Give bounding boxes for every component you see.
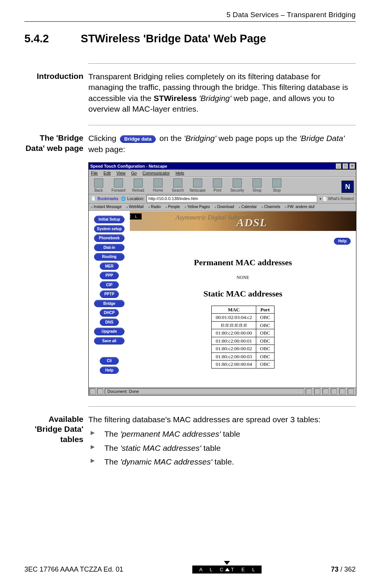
forward-icon <box>114 178 123 187</box>
netscape-icon <box>193 178 202 187</box>
menu-go[interactable]: Go <box>131 171 137 175</box>
menu-help[interactable]: Help <box>176 171 184 175</box>
static-mac-table: MAC Port 00:01:02:03:04:c2OBC ff:ff:ff:f… <box>211 306 274 369</box>
available-lead: The filtering database's MAC addresses a… <box>88 415 321 424</box>
pt-radio[interactable]: Radio <box>148 204 161 210</box>
footer-alcatel-logo: A L C T E L <box>192 561 262 574</box>
running-head: 5 Data Services – Transparent Bridging <box>24 11 356 19</box>
location-label: 🌐 Location: <box>121 196 144 202</box>
sidebar-dns[interactable]: DNS <box>100 319 119 326</box>
bd-post: web page: <box>88 145 125 154</box>
mac-section: Permanent MAC addresses NONE Static MAC … <box>130 231 356 369</box>
sidebar-pptp[interactable]: PPTP <box>100 290 119 298</box>
pt-fw-other[interactable]: FW: andere stuf <box>285 204 315 210</box>
tray-icon <box>339 388 345 394</box>
bridge-data-button[interactable]: Bridge data <box>120 135 156 143</box>
sidebar-dial-in[interactable]: Dial-in <box>94 244 125 252</box>
tray-icon <box>323 388 329 394</box>
sidebar-help[interactable]: Help <box>100 367 119 374</box>
bd-it1: 'Bridging' <box>184 134 216 143</box>
pt-calendar[interactable]: Calendar <box>239 204 257 210</box>
sidebar-upgrade[interactable]: Upgrade <box>94 328 125 335</box>
logo-up-triangle-icon <box>225 568 230 571</box>
intro-italic: 'Bridging' <box>197 94 234 103</box>
toolbar-netscape[interactable]: Netscape <box>190 178 205 193</box>
sidebar-ppp[interactable]: PPP <box>100 272 119 279</box>
bd-mid: on the <box>157 134 184 143</box>
toolbar-home[interactable]: Home <box>150 178 166 193</box>
table-row: 00:01:02:03:04:c2OBC <box>212 314 274 322</box>
pt-webmail[interactable]: WebMail <box>126 204 144 210</box>
toolbar-forward[interactable]: Forward <box>111 178 126 193</box>
page-current: 73 <box>331 566 338 573</box>
shop-icon <box>252 178 262 187</box>
screenshot-bridge-data: Speed Touch Configuration - Netscape _ □… <box>88 162 356 396</box>
personal-toolbar: Instant Message WebMail Radio People Yel… <box>89 203 356 211</box>
menubar: File Edit View Go Communicator Help <box>89 170 356 177</box>
sidebar-cip[interactable]: CIP <box>100 281 119 289</box>
sidebar: Initial Setup System setup Phonebook Dia… <box>89 211 130 387</box>
toolbar-reload[interactable]: Reload <box>131 178 146 193</box>
sidebar-mer[interactable]: MER <box>100 263 119 270</box>
pt-channels[interactable]: Channels <box>262 204 280 210</box>
th-mac: MAC <box>212 306 256 314</box>
body-bridge-data: Clicking Bridge data on the 'Bridging' w… <box>88 133 356 396</box>
banner-adsl-text: ADSL <box>236 215 267 231</box>
bookmarks-button[interactable]: 📑 Bookmarks <box>91 196 118 202</box>
bd-pre: Clicking <box>88 134 118 143</box>
location-bar: 📑 Bookmarks 🌐 Location: http://10.0.0.13… <box>89 194 356 203</box>
menu-file[interactable]: File <box>91 171 98 175</box>
pt-instant-message[interactable]: Instant Message <box>91 204 121 210</box>
label-available-tables: Available 'Bridge Data' tables <box>24 414 83 444</box>
search-icon <box>173 178 182 187</box>
heading-permanent-mac: Permanent MAC addresses <box>130 257 356 268</box>
table-row: 01:80:c2:00:00:03OBC <box>212 352 274 360</box>
toolbar-security[interactable]: Security <box>230 178 245 193</box>
sidebar-routing[interactable]: Routing <box>94 253 125 261</box>
sidebar-cli[interactable]: Cli <box>100 357 119 365</box>
table-row: 01:80:c2:00:00:01OBC <box>212 337 274 345</box>
logo-text-left: A L C <box>199 567 226 572</box>
logo-bar: A L C T E L <box>192 566 262 574</box>
menu-edit[interactable]: Edit <box>104 171 111 175</box>
sidebar-bridge[interactable]: Bridge <box>94 300 125 308</box>
content-help-button[interactable]: Help <box>334 238 351 245</box>
menu-communicator[interactable]: Communicator <box>142 171 170 175</box>
sidebar-dhcp[interactable]: DHCP <box>100 309 119 317</box>
window-minimize-icon[interactable]: _ <box>335 163 342 169</box>
adsl-banner: A L C A T E L Asymmetric Digital Subscri… <box>130 211 356 231</box>
location-input[interactable]: http://10.0.0.138/index.htm <box>147 195 317 202</box>
banner-alcatel-logo: A L C A T E L <box>130 213 142 219</box>
list-item: The 'permanent MAC addresses' table <box>88 427 356 441</box>
tray-icon <box>348 388 354 394</box>
pt-yellow-pages[interactable]: Yellow Pages <box>185 204 210 210</box>
block-bridge-data: The 'Bridge Data' web page Clicking Brid… <box>88 125 356 406</box>
sidebar-initial-setup[interactable]: Initial Setup <box>94 216 125 223</box>
status-icon-1 <box>89 388 96 394</box>
status-tray <box>305 388 356 394</box>
tray-icon <box>331 388 337 394</box>
window-maximize-icon[interactable]: □ <box>342 163 348 169</box>
page-total: / 362 <box>338 566 356 573</box>
pt-download[interactable]: Download <box>214 204 234 210</box>
window-close-icon[interactable]: × <box>349 163 355 169</box>
heading-title: STWireless 'Bridge Data' Web Page <box>81 32 266 45</box>
header-rule <box>24 21 356 22</box>
bd-it2: 'Bridge Data' <box>299 134 345 143</box>
toolbar-shop[interactable]: Shop <box>249 178 265 193</box>
footer-doc-number: 3EC 17766 AAAA TCZZA Ed. 01 <box>24 566 123 574</box>
sidebar-save-all[interactable]: Save all <box>94 337 125 345</box>
menu-view[interactable]: View <box>117 171 126 175</box>
toolbar-search[interactable]: Search <box>170 178 185 193</box>
list-item: The 'dynamic MAC addresses' table. <box>88 455 356 469</box>
toolbar-stop[interactable]: Stop <box>269 178 284 193</box>
toolbar-back[interactable]: Back <box>91 178 106 193</box>
label-bridge-data: The 'Bridge Data' web page <box>24 133 83 153</box>
block-available-tables: Available 'Bridge Data' tables The filte… <box>88 406 356 479</box>
sidebar-system-setup[interactable]: System setup <box>94 225 125 233</box>
section-heading: 5.4.2 STWireless 'Bridge Data' Web Page <box>24 32 356 45</box>
pt-people[interactable]: People <box>165 204 180 210</box>
whats-related-button[interactable]: ▾ 📄 What's Related <box>319 196 354 202</box>
toolbar-print[interactable]: Print <box>210 178 225 193</box>
sidebar-phonebook[interactable]: Phonebook <box>94 234 125 242</box>
